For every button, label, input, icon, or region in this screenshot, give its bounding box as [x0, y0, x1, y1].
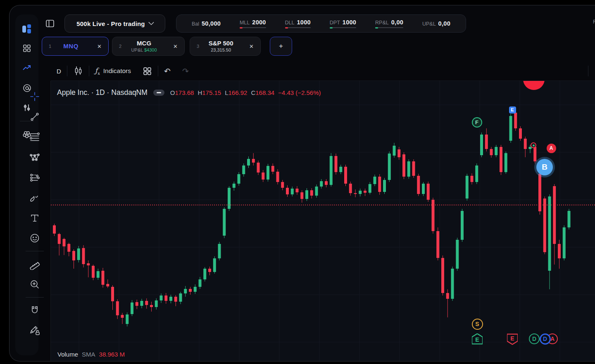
app-logo[interactable] — [19, 20, 35, 37]
volume-legend: Volume SMA 38.963 M — [57, 351, 125, 358]
drawing-toolbar — [19, 81, 51, 361]
refresh-rate-text: Refresh rate — [593, 19, 595, 25]
stat-balance: Bal50,000 — [192, 20, 221, 27]
candles-icon[interactable] — [67, 66, 89, 76]
account-stats-bar: Bal50,000 MLL2000 DLL1000 DPT1000 RP&L0,… — [176, 14, 466, 33]
stat-rpl: RP&L0,00 — [375, 19, 403, 28]
stat-mll: MLL2000 — [240, 19, 266, 28]
account-label: 500k Live - Pro trading — [76, 20, 145, 27]
zoom-in-icon[interactable] — [26, 276, 43, 293]
text-icon[interactable] — [26, 210, 43, 226]
tab-mcg[interactable]: 2 MCG UP&L $4300 ✕ — [112, 37, 185, 56]
legend-toggle[interactable] — [153, 90, 164, 96]
undo-button[interactable]: ↶ — [158, 66, 176, 76]
interval-button[interactable]: D — [51, 68, 67, 75]
chart-toolbar: D ƒx Indicators ↶ ↷ — [51, 61, 595, 81]
app-window: 500k Live - Pro trading Bal50,000 MLL200… — [9, 5, 595, 362]
redo-button[interactable]: ↷ — [176, 66, 195, 76]
close-icon[interactable]: ✕ — [173, 43, 178, 50]
ohlc-values: O173.68 H175.15 L166.92 C168.34 −4.43 (−… — [170, 89, 321, 96]
marker-badge-B[interactable]: B — [536, 159, 553, 175]
layout-grid-icon[interactable] — [137, 66, 158, 76]
candlestick-chart[interactable] — [51, 81, 595, 361]
emoji-icon[interactable] — [26, 230, 43, 246]
xabcd-pattern-icon[interactable] — [26, 149, 43, 165]
toolbar-divider — [26, 251, 44, 251]
brush-icon[interactable] — [26, 189, 43, 206]
marker-badge-mini[interactable] — [531, 142, 536, 148]
account-selector[interactable]: 500k Live - Pro trading — [64, 14, 165, 33]
trend-up-icon[interactable] — [19, 60, 35, 76]
marker-badge-F[interactable]: F — [472, 117, 482, 128]
marker-badge-E[interactable]: E — [472, 333, 483, 344]
tab-sp500[interactable]: 3 S&P 500 23,315.50 ✕ — [190, 37, 261, 56]
marker-badge-D[interactable]: D — [540, 333, 551, 345]
marker-badge-S[interactable]: S — [472, 319, 483, 330]
close-icon[interactable]: ✕ — [97, 43, 102, 50]
dashboard-grid-icon[interactable] — [19, 40, 35, 57]
chart-legend: Apple Inc. · 1D · NasdaqNM O173.68 H175.… — [57, 88, 321, 97]
tab-mnq[interactable]: 1 MNQ ✕ — [42, 37, 109, 56]
symbol-tabs: 1 MNQ ✕ 2 MCG UP&L $4300 ✕ 3 S&P 500 23,… — [42, 37, 595, 56]
fib-retracement-icon[interactable] — [26, 129, 43, 145]
marker-badge-E[interactable]: E — [507, 333, 518, 344]
drawing-lock-icon[interactable] — [26, 322, 43, 339]
forecast-icon[interactable] — [26, 169, 43, 186]
sidebar-toggle-icon[interactable] — [45, 19, 55, 28]
change-value: −4.43 (−2.56%) — [278, 89, 321, 96]
fx-icon: ƒx — [95, 66, 100, 76]
chevron-down-icon — [148, 19, 154, 25]
add-tab-button[interactable]: + — [270, 37, 292, 56]
stat-dpt: DPT1000 — [330, 19, 356, 28]
stat-dll: DLL1000 — [285, 19, 311, 28]
indicators-button[interactable]: ƒx Indicators — [89, 66, 137, 76]
marker-badge-A[interactable]: A — [547, 144, 556, 153]
marker-badge-D[interactable]: D — [529, 333, 540, 344]
ruler-icon[interactable] — [26, 256, 43, 272]
marker-badge-E[interactable]: E — [509, 106, 516, 113]
crosshair-icon[interactable] — [26, 88, 43, 105]
stat-upl: UP&L0,00 — [422, 20, 450, 27]
trend-line-icon[interactable] — [26, 109, 43, 125]
chart-pane[interactable]: Apple Inc. · 1D · NasdaqNM O173.68 H175.… — [51, 81, 595, 361]
top-bar: 500k Live - Pro trading Bal50,000 MLL200… — [42, 14, 595, 33]
toolbar-divider — [26, 297, 44, 298]
close-icon[interactable]: ✕ — [249, 43, 254, 50]
symbol-title: Apple Inc. · 1D · NasdaqNM — [57, 88, 148, 97]
magnet-icon[interactable] — [26, 302, 43, 319]
